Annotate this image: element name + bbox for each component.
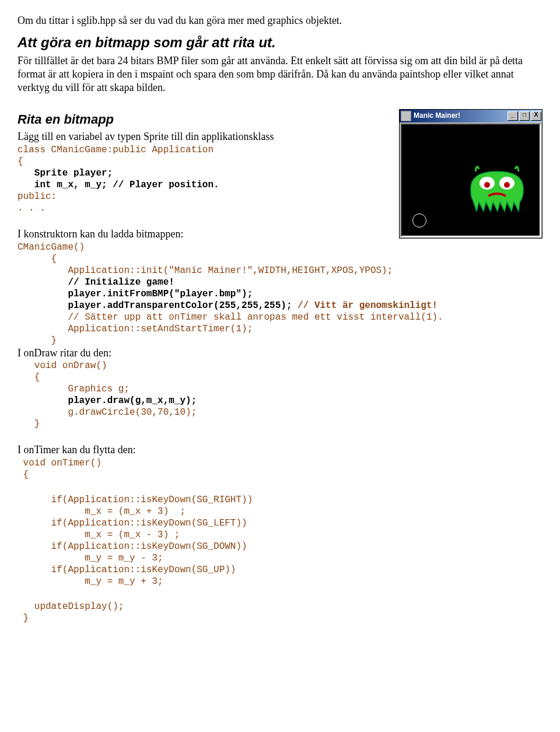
code-ctor-l9: } <box>18 335 542 346</box>
code-ctor-l8: Application::setAndStartTimer(1); <box>18 323 542 335</box>
window-titlebar: Manic Mainer! _ □ X <box>400 110 542 122</box>
close-button[interactable]: X <box>531 111 541 121</box>
code-ctor-l6a: player.addTransparentColor(255,255,255); <box>18 300 292 311</box>
code-ontimer-b4: m_x = (m_x - 3) ; <box>18 529 542 541</box>
paragraph-ondraw: I onDraw ritar du den: <box>18 346 542 360</box>
paragraph-intro-1: Om du tittar i sglib.hpp så ser du vad d… <box>18 14 542 27</box>
code-ontimer-close: } <box>18 612 542 624</box>
code-ontimer-update: updateDisplay(); <box>18 601 542 612</box>
code-ondraw-l2: { <box>18 372 542 383</box>
maximize-button[interactable]: □ <box>519 111 530 121</box>
code-ontimer-b7: if(Application::isKeyDown(SG_UP)) <box>18 564 542 576</box>
code-ctor-l3: Application::init("Manic Mainer!",WIDTH,… <box>18 265 542 276</box>
drawn-circle <box>412 213 426 227</box>
monster-sprite <box>465 166 529 212</box>
paragraph-intro-2: För tillfället är det bara 24 bitars BMP… <box>18 54 542 95</box>
code-ctor-l6b: // Vitt är genomskinligt! <box>292 300 438 311</box>
app-icon <box>401 111 411 121</box>
code-ctor-l2: { <box>18 253 542 265</box>
code-ontimer-l1: void onTimer() <box>18 457 542 469</box>
code-ondraw-l5: g.drawCircle(30,70,10); <box>18 407 542 418</box>
code-ctor-l7: // Sätter upp att onTimer skall anropas … <box>18 311 542 323</box>
code-ondraw-l3: Graphics g; <box>18 383 542 395</box>
code-ontimer-b6: m_y = m_y - 3; <box>18 552 542 564</box>
paragraph-ontimer: I onTimer kan du flytta den: <box>18 443 542 457</box>
code-ontimer-l2: { <box>18 469 542 481</box>
code-ontimer-b2: m_x = (m_x + 3) ; <box>18 506 542 517</box>
code-ontimer-b3: if(Application::isKeyDown(SG_LEFT)) <box>18 517 542 529</box>
svg-point-2 <box>484 182 490 188</box>
manic-mainer-window: Manic Mainer! _ □ X <box>399 109 542 239</box>
code-ontimer-b5: if(Application::isKeyDown(SG_DOWN)) <box>18 541 542 552</box>
code-ontimer-b1: if(Application::isKeyDown(SG_RIGHT)) <box>18 494 542 506</box>
code-ctor-l5: player.initFromBMP("player.bmp"); <box>18 288 542 300</box>
code-ctor-l4: // Initialize game! <box>18 276 542 288</box>
minimize-button[interactable]: _ <box>508 111 518 121</box>
code-ondraw-l4: player.draw(g,m_x,m_y); <box>18 395 542 407</box>
code-ctor-l6: player.addTransparentColor(255,255,255);… <box>18 300 542 311</box>
code-ondraw-l6: } <box>18 418 542 430</box>
window-title: Manic Mainer! <box>414 111 460 121</box>
code-ontimer-b8: m_y = m_y + 3; <box>18 576 542 587</box>
game-canvas <box>401 124 541 237</box>
svg-point-3 <box>504 182 510 188</box>
code-ctor-l1: CManicGame() <box>18 241 542 253</box>
code-ondraw-l1: void onDraw() <box>18 360 542 372</box>
heading-make-bitmap: Att göra en bitmapp som går att rita ut. <box>18 33 542 51</box>
